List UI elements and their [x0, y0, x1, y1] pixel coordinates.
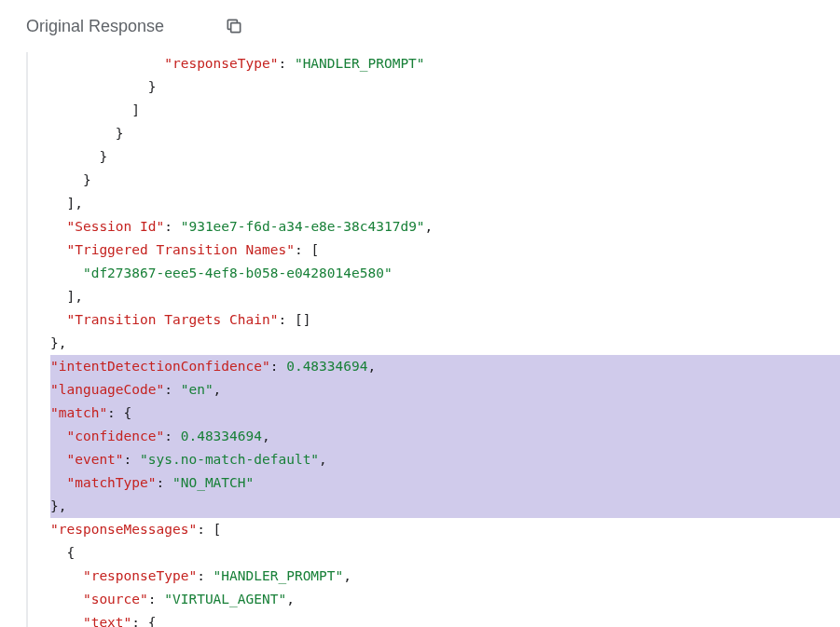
json-key: "text"	[83, 615, 131, 627]
json-key: "Transition Targets Chain"	[66, 312, 278, 327]
json-key: "Session Id"	[66, 219, 164, 234]
code-line-highlighted: },	[50, 495, 840, 518]
code-line-highlighted: "match": {	[50, 402, 840, 425]
panel-title: Original Response	[26, 17, 208, 36]
panel-header: Original Response	[0, 0, 840, 52]
json-key: "matchType"	[66, 475, 156, 490]
json-key: "responseType"	[164, 56, 278, 71]
json-value: "931ee7-f6d-a34-e8e-38c4317d9"	[181, 219, 425, 234]
code-line-highlighted: "event": "sys.no-match-default",	[50, 448, 840, 471]
json-value: "NO_MATCH"	[172, 475, 254, 490]
code-line-highlighted: "intentDetectionConfidence": 0.48334694,	[50, 355, 840, 378]
code-line: }	[50, 145, 840, 169]
json-key: "languageCode"	[50, 382, 164, 397]
code-line: },	[50, 332, 840, 355]
copy-button[interactable]	[219, 11, 249, 41]
json-value: 0.48334694	[181, 429, 262, 443]
code-line-highlighted: "languageCode": "en",	[50, 378, 840, 402]
json-code-block[interactable]: "responseType": "HANDLER_PROMPT" } ] } }…	[26, 52, 840, 627]
json-key: "responseType"	[83, 568, 197, 583]
json-key: "intentDetectionConfidence"	[50, 359, 270, 374]
json-key: "Triggered Transition Names"	[66, 242, 294, 257]
json-value: "HANDLER_PROMPT"	[295, 56, 425, 71]
json-key: "confidence"	[66, 429, 164, 443]
code-line: "df273867-eee5-4ef8-b058-e0428014e580"	[50, 262, 840, 285]
code-line: "Triggered Transition Names": [	[50, 239, 840, 262]
code-line: ]	[50, 99, 840, 122]
code-line: "Session Id": "931ee7-f6d-a34-e8e-38c431…	[50, 215, 840, 239]
json-value: "sys.no-match-default"	[140, 452, 319, 467]
code-line: "responseType": "HANDLER_PROMPT",	[50, 565, 840, 588]
svg-rect-0	[231, 23, 241, 33]
json-value: "HANDLER_PROMPT"	[213, 568, 344, 583]
json-key: "responseMessages"	[50, 522, 197, 537]
code-line-highlighted: "confidence": 0.48334694,	[50, 425, 840, 448]
json-key: "match"	[50, 405, 107, 420]
json-key: "event"	[66, 452, 123, 467]
json-value: "VIRTUAL_AGENT"	[164, 592, 286, 607]
json-value: "en"	[181, 382, 213, 397]
code-line: }	[50, 75, 840, 99]
json-key: "source"	[83, 592, 148, 607]
code-line: }	[50, 169, 840, 192]
copy-icon	[225, 17, 243, 35]
code-line: "Transition Targets Chain": []	[50, 308, 840, 332]
code-line: "text": {	[50, 611, 840, 627]
code-line-highlighted: "matchType": "NO_MATCH"	[50, 471, 840, 495]
code-line: "responseMessages": [	[50, 518, 840, 541]
code-line: ],	[50, 192, 840, 215]
code-line: ],	[50, 285, 840, 308]
json-value: 0.48334694	[286, 359, 367, 374]
json-value: "df273867-eee5-4ef8-b058-e0428014e580"	[83, 266, 392, 280]
code-line: "source": "VIRTUAL_AGENT",	[50, 588, 840, 611]
code-line: "responseType": "HANDLER_PROMPT"	[50, 52, 840, 75]
code-line: {	[50, 541, 840, 565]
code-line: }	[50, 122, 840, 145]
